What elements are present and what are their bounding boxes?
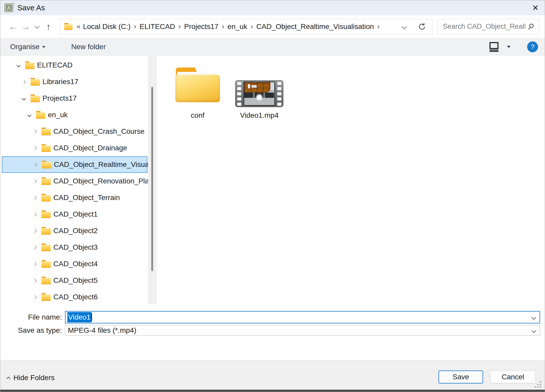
tree-expander[interactable] bbox=[32, 246, 38, 249]
text-caret bbox=[91, 313, 92, 321]
tree-item-label: CAD_Object1 bbox=[53, 210, 98, 218]
folder-icon bbox=[41, 210, 51, 218]
tree-expander[interactable] bbox=[32, 196, 38, 199]
view-options-button[interactable] bbox=[488, 41, 500, 53]
tree-row[interactable]: CAD_Object6 bbox=[2, 289, 147, 304]
tree-chevron-icon bbox=[22, 80, 26, 84]
back-button[interactable]: ← bbox=[7, 22, 19, 31]
tree-item-label: CAD_Object_Realtime_Visualisation bbox=[54, 160, 148, 169]
file-item-conf[interactable]: conf bbox=[170, 63, 225, 120]
footer-bar: Hide Folders Save Cancel bbox=[0, 360, 545, 392]
tree-row[interactable]: en_uk bbox=[2, 107, 147, 123]
cancel-button[interactable]: Cancel bbox=[490, 371, 535, 383]
address-bar[interactable]: « Local Disk (C:) › ELITECAD › Projects1… bbox=[60, 19, 432, 34]
tree-item-label: CAD_Object2 bbox=[53, 227, 98, 235]
breadcrumb-separator-icon[interactable]: › bbox=[178, 23, 181, 31]
tree-item-label: CAD_Object4 bbox=[53, 260, 98, 268]
tree-expander[interactable] bbox=[32, 180, 38, 183]
tree-row[interactable]: CAD_Object1 bbox=[2, 206, 147, 223]
tree-chevron-icon bbox=[33, 245, 37, 249]
file-name-input[interactable]: Video1 bbox=[65, 311, 540, 323]
save-as-type-dropdown-icon[interactable] bbox=[532, 329, 536, 332]
video-file-icon bbox=[235, 80, 283, 107]
up-button[interactable]: ↑ bbox=[42, 22, 55, 31]
breadcrumb-item-realtime-visualisation[interactable]: CAD_Object_Realtime_Visualisation bbox=[256, 23, 374, 31]
breadcrumb-separator-icon[interactable]: › bbox=[251, 23, 253, 31]
breadcrumb-item-elitecad[interactable]: ELITECAD bbox=[140, 23, 175, 31]
organise-label: Organise bbox=[10, 43, 40, 51]
folder-icon bbox=[25, 61, 34, 69]
tree-item-label: CAD_Object6 bbox=[53, 293, 98, 301]
tree-item-label: CAD_Object_Drainage bbox=[53, 144, 127, 152]
folder-icon bbox=[41, 243, 51, 251]
tree-row[interactable]: CAD_Object_Drainage bbox=[2, 140, 147, 156]
breadcrumb-separator-icon[interactable]: › bbox=[134, 23, 136, 31]
folder-icon bbox=[41, 144, 51, 152]
tree-row[interactable]: CAD_Object4 bbox=[2, 256, 147, 272]
tree-expander[interactable] bbox=[32, 147, 38, 150]
organise-button[interactable]: Organise bbox=[10, 43, 45, 51]
main-area: ELITECAD Libraries17 Projects17 en_uk CA… bbox=[0, 56, 545, 304]
recent-locations-button[interactable] bbox=[32, 24, 42, 29]
help-button[interactable]: ? bbox=[527, 41, 538, 52]
hide-folders-button[interactable]: Hide Folders bbox=[7, 374, 55, 382]
hide-folders-label: Hide Folders bbox=[13, 374, 55, 382]
tree-expander[interactable] bbox=[32, 230, 38, 232]
breadcrumb-overflow-icon[interactable]: « bbox=[77, 23, 80, 31]
save-button[interactable]: Save bbox=[439, 371, 483, 383]
tree-expander[interactable] bbox=[15, 64, 21, 67]
breadcrumb-separator-icon[interactable]: › bbox=[377, 23, 380, 31]
tree-expander[interactable] bbox=[21, 80, 27, 83]
folder-icon bbox=[41, 277, 51, 284]
tree-expander[interactable] bbox=[32, 163, 38, 166]
thumbnail-view-icon bbox=[488, 41, 500, 53]
tree-expander[interactable] bbox=[26, 114, 32, 116]
close-button[interactable]: ✕ bbox=[526, 0, 545, 15]
tree-row[interactable]: CAD_Object_Realtime_Visualisation bbox=[2, 156, 147, 173]
folder-icon bbox=[41, 177, 51, 185]
save-as-dialog: A ⚙ Save As ✕ ← → ↑ « Local Disk (C:) › … bbox=[0, 0, 545, 392]
tree-expander[interactable] bbox=[32, 130, 38, 133]
new-folder-button[interactable]: New folder bbox=[71, 43, 106, 51]
app-icon: A ⚙ bbox=[4, 3, 13, 12]
view-caret-icon[interactable] bbox=[507, 46, 511, 48]
tree-expander[interactable] bbox=[21, 97, 27, 100]
save-as-type-select[interactable]: MPEG-4 files (*.mp4) bbox=[65, 325, 540, 336]
tree-expander[interactable] bbox=[32, 213, 38, 216]
breadcrumb-item-local-disk[interactable]: Local Disk (C:) bbox=[83, 23, 131, 31]
breadcrumb-separator-icon[interactable]: › bbox=[222, 23, 224, 31]
command-toolbar: Organise New folder ? bbox=[0, 38, 545, 56]
tree-row[interactable]: Projects17 bbox=[2, 90, 147, 107]
tree-chevron-icon bbox=[33, 179, 37, 183]
chevron-down-icon bbox=[402, 24, 407, 29]
window-bottom-edge bbox=[0, 390, 545, 392]
tree-expander[interactable] bbox=[32, 263, 38, 265]
resize-grip[interactable] bbox=[535, 381, 541, 388]
tree-row[interactable]: Libraries17 bbox=[2, 73, 147, 90]
file-name-dropdown-icon[interactable] bbox=[532, 316, 535, 319]
address-dropdown-button[interactable] bbox=[403, 25, 406, 28]
forward-button[interactable]: → bbox=[19, 22, 32, 31]
scrollbar-thumb[interactable] bbox=[151, 87, 153, 271]
tree-chevron-icon bbox=[22, 96, 26, 100]
tree-row[interactable]: CAD_Object_Renovation_Planning bbox=[2, 173, 147, 189]
file-item-video1[interactable]: Video1.mp4 bbox=[232, 63, 287, 120]
tree-expander[interactable] bbox=[32, 279, 38, 282]
tree-row[interactable]: CAD_Object_Terrain bbox=[2, 189, 147, 206]
tree-row[interactable]: CAD_Object5 bbox=[2, 272, 147, 289]
tree-row[interactable]: CAD_Object3 bbox=[2, 239, 147, 256]
folder-icon bbox=[41, 260, 51, 268]
search-icon[interactable] bbox=[527, 23, 535, 31]
tree-row[interactable]: CAD_Object_Crash_Course bbox=[2, 123, 147, 140]
tree-row[interactable]: CAD_Object2 bbox=[2, 223, 147, 239]
breadcrumb-item-projects17[interactable]: Projects17 bbox=[184, 23, 218, 31]
refresh-icon bbox=[418, 22, 426, 31]
folder-icon bbox=[31, 94, 40, 102]
search-input[interactable] bbox=[442, 22, 526, 31]
refresh-button[interactable] bbox=[418, 22, 426, 31]
tree-expander[interactable] bbox=[32, 296, 38, 299]
tree-row[interactable]: ELITECAD bbox=[2, 57, 147, 73]
breadcrumb-item-en-uk[interactable]: en_uk bbox=[227, 23, 247, 31]
file-name-selected-text: Video1 bbox=[67, 312, 91, 322]
sidebar-scrollbar[interactable] bbox=[148, 56, 156, 304]
